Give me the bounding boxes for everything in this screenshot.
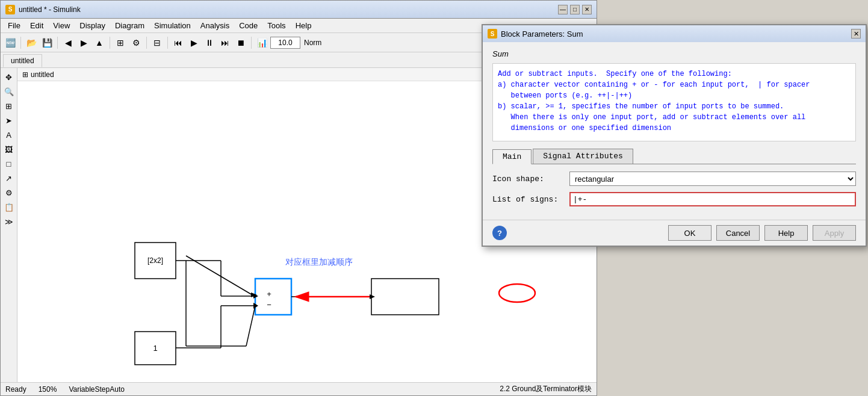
zoom-label: Norm bbox=[304, 39, 321, 47]
menu-edit[interactable]: Edit bbox=[25, 20, 48, 31]
breadcrumb-label: untitled bbox=[31, 70, 54, 79]
menu-diagram[interactable]: Diagram bbox=[110, 20, 149, 31]
list-of-signs-label: List of signs: bbox=[492, 195, 565, 204]
status-ready: Ready bbox=[5, 385, 26, 394]
status-bar: Ready 150% VariableStepAuto 2.2 Ground及T… bbox=[1, 382, 597, 395]
arrow-tool[interactable]: ➤ bbox=[2, 114, 16, 127]
icon-shape-label: Icon shape: bbox=[492, 175, 565, 184]
menu-view[interactable]: View bbox=[48, 20, 75, 31]
tab-main[interactable]: Main bbox=[492, 149, 532, 164]
sep2 bbox=[57, 37, 58, 49]
settings2-tool[interactable]: ⚙ bbox=[2, 186, 16, 199]
forward-button[interactable]: ▶ bbox=[76, 36, 91, 50]
run-button[interactable]: ▶ bbox=[187, 36, 201, 50]
scope-button[interactable]: 📊 bbox=[255, 36, 269, 50]
rect-tool[interactable]: □ bbox=[2, 157, 16, 170]
block-1-label: 1 bbox=[153, 344, 157, 353]
stop-button[interactable]: ⏹ bbox=[234, 36, 248, 50]
title-bar: S untitled * - Simulink — □ ✕ bbox=[1, 1, 597, 19]
block-name: Sum bbox=[492, 49, 856, 58]
expand-tool[interactable]: ↗ bbox=[2, 172, 16, 185]
sum-minus-label: − bbox=[267, 300, 271, 309]
data-tool[interactable]: 📋 bbox=[2, 200, 16, 214]
menu-help[interactable]: Help bbox=[291, 20, 317, 31]
sum-plus-label: + bbox=[267, 289, 271, 299]
dialog-title: Block Parameters: Sum bbox=[501, 29, 851, 39]
description-box: Add or subtract inputs. Specify one of t… bbox=[492, 63, 856, 141]
red-circle-annotation bbox=[499, 284, 535, 302]
apply-button[interactable]: Apply bbox=[813, 225, 856, 241]
save-button[interactable]: 💾 bbox=[40, 36, 54, 50]
step-back-button[interactable]: ⏮ bbox=[171, 36, 185, 50]
annotation-text: 对应框里加减顺序 bbox=[285, 258, 353, 267]
sep3 bbox=[110, 37, 110, 49]
menu-simulation[interactable]: Simulation bbox=[149, 20, 196, 31]
image-tool[interactable]: 🖼 bbox=[2, 143, 16, 156]
library-button[interactable]: ⊞ bbox=[113, 36, 128, 50]
status-solver: VariableStepAuto bbox=[69, 385, 125, 394]
zoom-input[interactable] bbox=[270, 37, 300, 49]
menu-tools[interactable]: Tools bbox=[262, 20, 290, 31]
wire-2c bbox=[246, 306, 255, 346]
list-of-signs-row: List of signs: bbox=[492, 192, 856, 206]
more-tool[interactable]: ≫ bbox=[2, 215, 16, 228]
tab-untitled[interactable]: untitled bbox=[3, 54, 42, 67]
zoom-in-tool[interactable]: 🔍 bbox=[2, 85, 16, 98]
status-hint: 2.2 Ground及Terminator模块 bbox=[500, 384, 592, 394]
block-out-rect bbox=[371, 279, 439, 315]
dialog-help-button[interactable]: Help bbox=[764, 225, 808, 241]
text-tool[interactable]: A bbox=[2, 128, 16, 141]
back-button[interactable]: ◀ bbox=[61, 36, 75, 50]
left-toolbar: ✥ 🔍 ⊞ ➤ A 🖼 □ ↗ ⚙ 📋 ≫ bbox=[1, 68, 17, 382]
step-fwd-button[interactable]: ⏭ bbox=[218, 36, 232, 50]
ok-button[interactable]: OK bbox=[668, 225, 711, 241]
dialog-content: Sum Add or subtract inputs. Specify one … bbox=[483, 42, 866, 220]
sep6 bbox=[251, 37, 252, 49]
tab-signal-attributes[interactable]: Signal Attributes bbox=[533, 149, 633, 164]
dialog-close-button[interactable]: ✕ bbox=[851, 29, 861, 39]
minimize-button[interactable]: — bbox=[558, 5, 568, 14]
list-of-signs-input[interactable] bbox=[569, 192, 856, 206]
sep4 bbox=[146, 37, 147, 49]
settings-button[interactable]: ⚙ bbox=[129, 36, 143, 50]
status-zoom: 150% bbox=[39, 385, 57, 394]
window-controls: — □ ✕ bbox=[558, 5, 592, 14]
icon-shape-select[interactable]: rectangular round bbox=[569, 172, 856, 186]
new-button[interactable]: 🆕 bbox=[3, 36, 17, 50]
menu-file[interactable]: File bbox=[3, 20, 25, 31]
dialog-icon: S bbox=[488, 29, 497, 39]
pause-button[interactable]: ⏸ bbox=[202, 36, 217, 50]
sep5 bbox=[167, 37, 168, 49]
menu-display[interactable]: Display bbox=[75, 20, 110, 31]
menu-code[interactable]: Code bbox=[234, 20, 262, 31]
home-icon: ⊞ bbox=[22, 70, 28, 79]
sep1 bbox=[20, 37, 21, 49]
fit-tool[interactable]: ⊞ bbox=[2, 99, 16, 113]
dialog-tab-bar: Main Signal Attributes bbox=[492, 149, 856, 164]
dialog-title-bar: S Block Parameters: Sum ✕ bbox=[483, 25, 866, 42]
close-button[interactable]: ✕ bbox=[582, 5, 592, 14]
block-2x2-label: [2x2] bbox=[147, 256, 163, 265]
help-icon[interactable]: ? bbox=[492, 226, 507, 240]
block-sum-rect bbox=[255, 279, 291, 315]
block-params-dialog: S Block Parameters: Sum ✕ Sum Add or sub… bbox=[482, 24, 867, 247]
wire-1 bbox=[186, 256, 252, 295]
simulink-icon: S bbox=[5, 5, 15, 14]
dialog-footer: ? OK Cancel Help Apply bbox=[483, 220, 866, 246]
menu-analysis[interactable]: Analysis bbox=[196, 20, 234, 31]
zoom-fit-button[interactable]: ⊟ bbox=[150, 36, 164, 50]
hand-tool[interactable]: ✥ bbox=[2, 70, 16, 84]
window-title: untitled * - Simulink bbox=[19, 5, 558, 14]
maximize-button[interactable]: □ bbox=[570, 5, 580, 14]
cancel-button[interactable]: Cancel bbox=[716, 225, 760, 241]
up-button[interactable]: ▲ bbox=[92, 36, 107, 50]
icon-shape-row: Icon shape: rectangular round bbox=[492, 172, 856, 186]
open-button[interactable]: 📂 bbox=[24, 36, 39, 50]
